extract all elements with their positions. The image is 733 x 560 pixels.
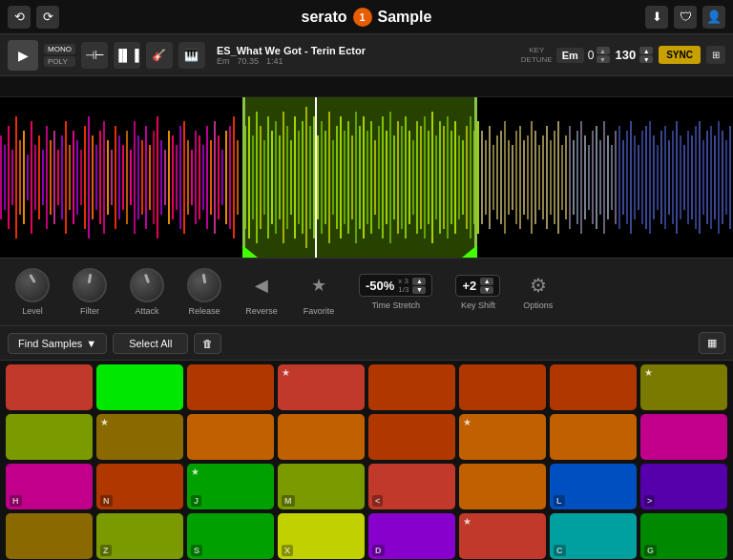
eq-icon[interactable]: ▐▌▐ [114,42,140,69]
snap-icon[interactable]: ⊣⊢ [81,42,108,69]
user-button[interactable]: 👤 [702,6,725,29]
svg-rect-329 [271,131,273,224]
pad-2[interactable] [187,364,274,410]
pad-9[interactable]: ★ [96,414,183,460]
svg-rect-307 [187,140,189,215]
reverse-button[interactable]: ◀ Reverse [244,268,279,316]
pad-22[interactable]: L [550,464,637,509]
svg-rect-269 [42,150,44,205]
redo-button[interactable]: ⟳ [36,6,59,29]
pad-5[interactable] [459,364,546,410]
pad-13[interactable]: ★ [459,414,546,460]
select-all-button[interactable]: Select All [113,333,188,354]
attack-knob[interactable] [130,268,164,302]
pad-10[interactable] [187,414,274,460]
pad-0[interactable] [6,364,93,410]
svg-rect-278 [76,140,78,215]
find-samples-button[interactable]: Find Samples ▼ [8,333,107,354]
svg-rect-348 [344,131,346,224]
svg-rect-275 [65,121,67,234]
pad-21[interactable] [459,464,546,509]
pad-19[interactable]: M [278,464,365,509]
svg-rect-407 [550,140,552,215]
svg-rect-431 [641,131,643,224]
pad-16[interactable]: H [6,464,93,509]
guitar-icon[interactable]: 🎸 [146,42,173,69]
key-shift-box[interactable]: +2 ▲ ▼ [455,275,500,297]
pad-24[interactable] [6,513,93,559]
layout-button[interactable]: ⊞ [706,46,725,64]
pad-31[interactable]: G [640,513,727,559]
pad-25[interactable]: Z [96,513,183,559]
time-stretch-box[interactable]: -50% x 3 1/3 ▲ ▼ [359,274,432,297]
pad-7[interactable]: ★ [640,364,727,410]
bpm-down-button[interactable]: ▼ [639,55,653,63]
pad-6[interactable] [550,364,637,410]
waveform-overview[interactable]: // Draw via JS [0,76,733,97]
pad-29[interactable]: ★ [459,513,546,559]
svg-rect-258 [0,135,2,219]
svg-rect-417 [588,145,590,210]
pad-28[interactable]: D [368,513,455,559]
pad-star-3: ★ [282,367,290,378]
key-spinner: ▲ ▼ [597,47,610,63]
pad-18[interactable]: ★J [187,464,274,509]
pad-17[interactable]: N [96,464,183,509]
poly-button[interactable]: POLY [44,56,75,67]
svg-rect-409 [557,121,559,234]
undo-button[interactable]: ⟲ [8,6,31,29]
svg-rect-261 [11,150,13,205]
level-knob[interactable] [15,268,50,302]
pad-20[interactable]: < [368,464,455,509]
stretch-spinner: ▲ ▼ [412,278,426,294]
filter-knob[interactable] [73,268,107,302]
pad-12[interactable] [368,414,455,460]
pad-27[interactable]: X [278,513,365,559]
pad-4[interactable] [368,364,455,410]
pad-30[interactable]: C [550,513,637,559]
keyshift-up[interactable]: ▲ [480,278,493,285]
key-label: KEY [529,46,544,54]
options-icon[interactable]: ⚙ [530,274,547,297]
waveform-main[interactable] [0,97,733,258]
key-up-button[interactable]: ▲ [597,47,610,54]
svg-rect-359 [386,131,387,224]
svg-rect-412 [569,126,571,229]
stretch-up[interactable]: ▲ [412,278,426,285]
key-value[interactable]: Em [556,48,584,63]
shield-button[interactable]: 🛡 [674,6,697,29]
svg-rect-439 [672,131,674,224]
pad-key-30: C [554,545,566,556]
svg-rect-259 [4,145,6,210]
pad-key-28: D [372,545,385,556]
mode-group: MONO POLY [44,44,75,67]
play-button[interactable]: ▶ [8,40,38,71]
sync-button[interactable]: SYNC [659,46,701,64]
pad-star-18: ★ [191,467,199,477]
favorite-button[interactable]: ★ Favorite [302,268,336,316]
pad-key-23: > [644,495,655,507]
view-button[interactable]: ▦ [699,332,725,354]
pad-26[interactable]: S [187,513,274,559]
bpm-up-button[interactable]: ▲ [639,47,653,54]
svg-rect-354 [366,131,368,224]
svg-rect-315 [218,135,220,219]
keyshift-down[interactable]: ▼ [480,286,493,294]
pad-1[interactable] [96,364,183,410]
pad-11[interactable] [278,414,365,460]
delete-button[interactable]: 🗑 [194,333,221,354]
download-button[interactable]: ⬇ [645,6,668,29]
pad-23[interactable]: > [640,464,727,509]
pad-8[interactable] [6,414,93,460]
midi-icon[interactable]: 🎹 [178,42,205,69]
pad-3[interactable]: ★ [278,364,365,410]
pad-14[interactable] [550,414,637,460]
stretch-down[interactable]: ▼ [412,286,426,294]
mono-button[interactable]: MONO [44,44,75,54]
release-knob[interactable] [187,268,221,302]
svg-rect-377 [454,121,456,234]
find-samples-chevron: ▼ [86,338,96,349]
pad-15[interactable] [640,414,727,460]
svg-rect-364 [405,116,407,239]
key-down-button[interactable]: ▼ [597,55,610,63]
